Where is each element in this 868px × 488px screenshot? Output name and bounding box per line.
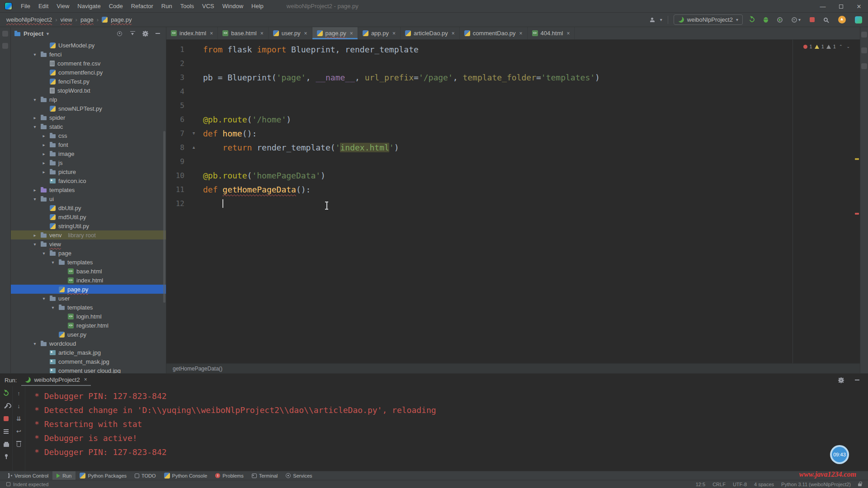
indent-style[interactable]: 4 spaces bbox=[754, 482, 774, 487]
editor-context-bar[interactable]: getHomePageData() bbox=[166, 363, 860, 373]
dump-threads-button[interactable] bbox=[4, 428, 9, 435]
stop-button[interactable] bbox=[808, 16, 816, 23]
tree-item-js[interactable]: ▸js bbox=[11, 158, 166, 167]
hide-panel-button[interactable] bbox=[153, 32, 162, 35]
toolwindow-run[interactable]: Run bbox=[52, 471, 75, 480]
tree-item-templates[interactable]: ▾templates bbox=[11, 258, 166, 267]
next-problem-icon[interactable]: ⌄ bbox=[845, 44, 851, 49]
menu-refactor[interactable]: Refactor bbox=[127, 1, 157, 11]
tab-page-py[interactable]: page.py× bbox=[312, 27, 358, 39]
caret-position[interactable]: 12:5 bbox=[696, 482, 705, 487]
tree-item-commentfenci-py[interactable]: commentfenci.py bbox=[11, 68, 166, 77]
chevron-expanded-icon[interactable]: ▾ bbox=[50, 260, 56, 265]
chevron-expanded-icon[interactable]: ▾ bbox=[32, 242, 38, 247]
menu-tools[interactable]: Tools bbox=[176, 1, 198, 11]
close-icon[interactable]: × bbox=[350, 30, 353, 37]
tree-item-picture[interactable]: ▸picture bbox=[11, 167, 166, 176]
chevron-expanded-icon[interactable]: ▾ bbox=[32, 124, 38, 129]
tree-item-index-html[interactable]: index.html bbox=[11, 276, 166, 285]
tree-item-snownlptest-py[interactable]: snowNLPTest.py bbox=[11, 104, 166, 113]
tree-item-stopword-txt[interactable]: stopWord.txt bbox=[11, 86, 166, 95]
chevron-expanded-icon[interactable]: ▾ bbox=[32, 341, 38, 346]
chevron-expanded-icon[interactable]: ▾ bbox=[41, 296, 47, 301]
tree-item-register-html[interactable]: register.html bbox=[11, 321, 166, 330]
run-tab[interactable]: weiboNlpProject2 × bbox=[21, 375, 90, 386]
stop-button[interactable] bbox=[4, 415, 9, 422]
chevron-expanded-icon[interactable]: ▾ bbox=[32, 52, 38, 57]
file-encoding[interactable]: UTF-8 bbox=[733, 482, 747, 487]
tree-item-page-py[interactable]: page.py bbox=[11, 285, 166, 294]
tree-item-md5util-py[interactable]: md5Util.py bbox=[11, 212, 166, 221]
tree-item-css[interactable]: ▸css bbox=[11, 131, 166, 140]
chevron-collapsed-icon[interactable]: ▸ bbox=[32, 233, 38, 238]
tab-base-html[interactable]: base.html× bbox=[218, 27, 268, 39]
chevron-expanded-icon[interactable]: ▾ bbox=[32, 97, 38, 102]
fold-marker-icon[interactable]: ▵ bbox=[184, 141, 203, 155]
tree-item-user[interactable]: ▾user bbox=[11, 294, 166, 303]
scroll-to-end-button[interactable]: ⇊ bbox=[16, 415, 21, 422]
tree-item-fenci[interactable]: ▾fenci bbox=[11, 50, 166, 59]
tree-item-spider[interactable]: ▸spider bbox=[11, 113, 166, 122]
stripe-icon[interactable] bbox=[861, 32, 867, 38]
chevron-collapsed-icon[interactable]: ▸ bbox=[41, 169, 47, 174]
run-with-coverage-button[interactable] bbox=[776, 16, 784, 24]
plugin-teal-button[interactable] bbox=[854, 15, 863, 25]
python-interpreter[interactable]: Python 3.11 (weiboNlpProject2) bbox=[781, 482, 851, 487]
toolwindow-problems[interactable]: Problems bbox=[211, 471, 247, 480]
tree-item-font[interactable]: ▸font bbox=[11, 140, 166, 149]
toolwindow-version-control[interactable]: Version Control bbox=[4, 471, 52, 480]
hide-run-panel-button[interactable] bbox=[853, 379, 862, 381]
tree-item-stringutil-py[interactable]: stringUtil.py bbox=[11, 221, 166, 230]
breadcrumb-page[interactable]: page bbox=[80, 16, 94, 23]
tree-item-usermodel-py[interactable]: UserModel.py bbox=[11, 41, 166, 50]
code-area[interactable]: 111⌃⌄ 1from flask import Blueprint, rend… bbox=[166, 40, 860, 363]
scrollbar-warning-mark[interactable] bbox=[855, 158, 859, 160]
tab-articledao-py[interactable]: articleDao.py× bbox=[401, 27, 460, 39]
menu-navigate[interactable]: Navigate bbox=[73, 1, 104, 11]
tree-item-venv[interactable]: ▸venvlibrary root bbox=[11, 230, 166, 239]
print-button[interactable] bbox=[4, 441, 9, 447]
tree-item-static[interactable]: ▾static bbox=[11, 122, 166, 131]
toolwindow-todo[interactable]: TODO bbox=[131, 471, 160, 480]
tree-item-article-mask-jpg[interactable]: article_mask.jpg bbox=[11, 348, 166, 357]
tab-user-py[interactable]: user.py× bbox=[269, 27, 312, 39]
chevron-collapsed-icon[interactable]: ▸ bbox=[41, 160, 47, 165]
breadcrumb-weibonlpproject2[interactable]: weiboNlpProject2 bbox=[6, 16, 52, 23]
menu-edit[interactable]: Edit bbox=[34, 1, 52, 11]
maximize-button[interactable] bbox=[832, 0, 850, 13]
rerun-button[interactable] bbox=[4, 390, 9, 397]
plugin-orange-button[interactable] bbox=[837, 14, 847, 25]
settings-button[interactable] bbox=[141, 31, 150, 37]
toolwindow-python-console[interactable]: Python Console bbox=[160, 471, 212, 480]
tree-item-page[interactable]: ▾page bbox=[11, 249, 166, 258]
chevron-collapsed-icon[interactable]: ▸ bbox=[32, 115, 38, 120]
scrollbar-error-mark[interactable] bbox=[855, 213, 859, 215]
tree-item-dbutil-py[interactable]: dbUtil.py bbox=[11, 203, 166, 212]
tree-item-comment-user-cloud-jpg[interactable]: comment user cloud.jpg bbox=[11, 366, 166, 373]
close-icon[interactable]: × bbox=[566, 30, 570, 37]
tab-index-html[interactable]: index.html× bbox=[166, 27, 218, 39]
menu-vcs[interactable]: VCS bbox=[198, 1, 218, 11]
close-icon[interactable]: × bbox=[260, 30, 264, 37]
tree-item-ui[interactable]: ▾ui bbox=[11, 194, 166, 203]
breadcrumb-page-py[interactable]: page.py bbox=[111, 16, 132, 23]
chevron-expanded-icon[interactable]: ▾ bbox=[50, 305, 56, 310]
readonly-icon[interactable] bbox=[858, 483, 862, 486]
up-stack-button[interactable]: ↑ bbox=[17, 390, 20, 397]
chevron-expanded-icon[interactable]: ▾ bbox=[32, 197, 38, 202]
tree-item-image[interactable]: ▸image bbox=[11, 149, 166, 158]
tab-404-html[interactable]: 404.html× bbox=[528, 27, 575, 39]
tree-item-login-html[interactable]: login.html bbox=[11, 312, 166, 321]
project-stripe-icon[interactable] bbox=[2, 31, 8, 37]
tab-app-py[interactable]: app.py× bbox=[358, 27, 401, 39]
tree-item-view[interactable]: ▾view bbox=[11, 239, 166, 249]
chevron-expanded-icon[interactable]: ▾ bbox=[41, 251, 47, 256]
tree-item-nlp[interactable]: ▾nlp bbox=[11, 95, 166, 104]
stripe-icon[interactable] bbox=[861, 47, 867, 53]
tab-commentdao-py[interactable]: commentDao.py× bbox=[460, 27, 528, 39]
menu-code[interactable]: Code bbox=[105, 1, 127, 11]
close-icon[interactable]: × bbox=[392, 30, 396, 37]
close-icon[interactable]: × bbox=[210, 30, 213, 37]
run-console[interactable]: * Debugger PIN: 127-823-842* Detected ch… bbox=[25, 386, 868, 471]
tree-item-wordcloud[interactable]: ▾wordcloud bbox=[11, 339, 166, 348]
